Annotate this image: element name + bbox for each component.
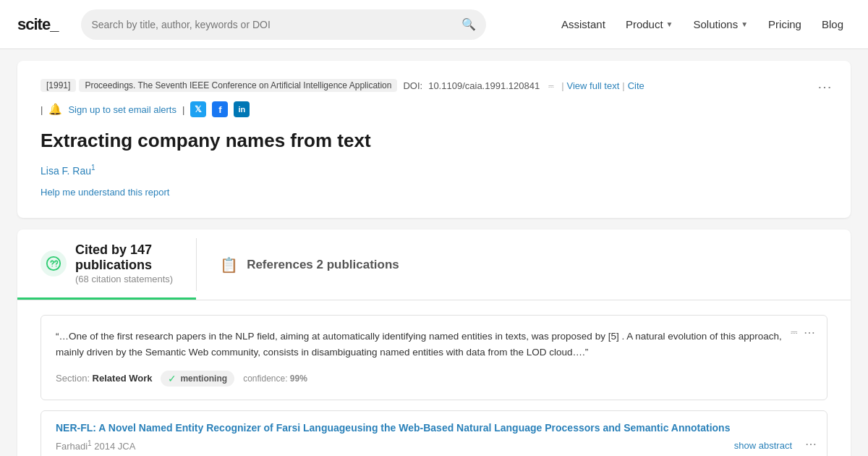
- nav-links: Assistant Product ▼ Solutions ▼ Pricing …: [554, 14, 851, 35]
- more-options-button[interactable]: ⋯: [817, 78, 833, 96]
- result-paper-authors: Farhadi1 2014 JCA: [56, 439, 812, 452]
- copy-doi-icon[interactable]: ⎓: [544, 78, 558, 93]
- nav-item-blog[interactable]: Blog: [814, 14, 851, 35]
- bell-icon: 🔔: [48, 103, 62, 116]
- paper-card: [1991] Proceedings. The Seventh IEEE Con…: [17, 61, 851, 218]
- search-icon[interactable]: 🔍: [461, 17, 476, 31]
- citation-actions: ⎓ ⋯: [791, 326, 817, 339]
- email-alerts-link[interactable]: Sign up to set email alerts: [68, 104, 176, 115]
- chevron-down-icon: ▼: [666, 20, 673, 28]
- paper-doi-value: 10.1109/caia.1991.120841: [428, 80, 540, 91]
- paper-conference: Proceedings. The Seventh IEEE Conference…: [79, 79, 397, 92]
- nav-item-pricing[interactable]: Pricing: [761, 14, 809, 35]
- nav-item-solutions[interactable]: Solutions ▼: [686, 14, 755, 35]
- logo[interactable]: scite_: [17, 15, 58, 34]
- result-more-button[interactable]: ⋯: [805, 437, 818, 451]
- cited-count-label: Cited by 147publications: [75, 242, 173, 273]
- citation-more-button[interactable]: ⋯: [804, 326, 817, 339]
- view-full-text-link[interactable]: View full text: [567, 80, 620, 91]
- help-understand-link[interactable]: Help me understand this report: [41, 187, 169, 198]
- tab-references[interactable]: 📋 References 2 publications: [197, 229, 422, 300]
- paper-result: NER-FL: A Novel Named Entity Recognizer …: [41, 410, 827, 456]
- confidence-label: confidence: 99%: [243, 373, 307, 384]
- mention-type-label: mentioning: [180, 373, 227, 384]
- result-paper-title[interactable]: NER-FL: A Novel Named Entity Recognizer …: [56, 421, 812, 436]
- alert-row: | 🔔 Sign up to set email alerts | 𝕏 f in: [41, 101, 827, 117]
- references-icon: 📋: [220, 256, 238, 274]
- citation-meta: Section: Related Work ✓ mentioning confi…: [56, 371, 812, 387]
- search-bar: 🔍: [81, 9, 486, 40]
- search-input[interactable]: [91, 19, 456, 30]
- paper-doi-label: DOI:: [403, 80, 422, 91]
- citation-statements-label: (68 citation statements): [75, 274, 173, 284]
- citation-section: “…One of the first research papers in th…: [17, 300, 851, 456]
- paper-meta: [1991] Proceedings. The Seventh IEEE Con…: [41, 78, 827, 93]
- paper-author[interactable]: Lisa F. Rau1: [41, 164, 827, 177]
- tabs-section: Cited by 147publications (68 citation st…: [17, 229, 851, 456]
- tabs-header: Cited by 147publications (68 citation st…: [17, 229, 851, 300]
- paper-year: [1991]: [41, 79, 76, 92]
- cite-link[interactable]: Cite: [628, 80, 644, 91]
- citation-text: “…One of the first research papers in th…: [56, 329, 812, 360]
- copy-citation-button[interactable]: ⎓: [791, 326, 798, 339]
- citation-card: “…One of the first research papers in th…: [41, 315, 827, 400]
- section-label: Section: Related Work: [56, 373, 152, 384]
- linkedin-icon[interactable]: in: [234, 101, 250, 117]
- show-abstract-button[interactable]: show abstract: [734, 440, 792, 451]
- twitter-icon[interactable]: 𝕏: [190, 101, 206, 117]
- paper-title: Extracting company names from text: [41, 129, 827, 153]
- chevron-down-icon: ▼: [741, 20, 748, 28]
- social-icons: 𝕏 f in: [190, 101, 250, 117]
- navbar: scite_ 🔍 Assistant Product ▼ Solutions ▼…: [0, 0, 868, 49]
- svg-point-1: [51, 266, 52, 266]
- references-label: References 2 publications: [247, 258, 399, 272]
- tab-cited[interactable]: Cited by 147publications (68 citation st…: [17, 229, 196, 300]
- nav-item-product[interactable]: Product ▼: [618, 14, 681, 35]
- nav-item-assistant[interactable]: Assistant: [554, 14, 613, 35]
- mention-badge: ✓ mentioning: [161, 371, 234, 387]
- svg-point-2: [56, 266, 56, 266]
- check-icon: ✓: [168, 373, 176, 384]
- citation-icon: [41, 250, 67, 276]
- facebook-icon[interactable]: f: [212, 101, 228, 117]
